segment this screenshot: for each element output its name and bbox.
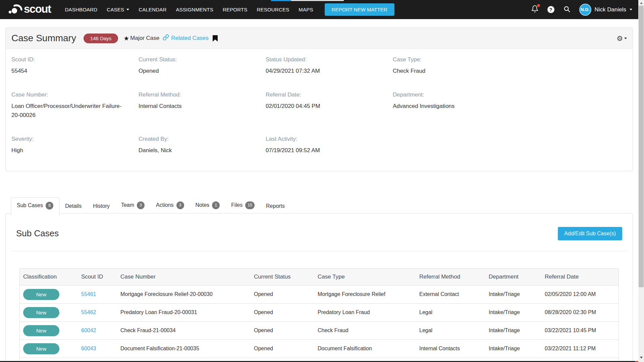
field-scout-id: Scout ID: 55454 bbox=[11, 56, 139, 75]
case-type-cell: Predatory Loan Fraud bbox=[314, 304, 416, 322]
tab-count-badge: 3 bbox=[137, 201, 145, 209]
navbar-right-group: ? N.D. Nick Daniels bbox=[531, 4, 632, 16]
scout-id-link[interactable]: 55461 bbox=[81, 291, 96, 297]
tab-files[interactable]: Files15 bbox=[225, 197, 260, 213]
sub-cases-table-wrap: Classification Scout ID Case Number Curr… bbox=[19, 268, 619, 362]
current-status-cell: Opened bbox=[251, 322, 314, 340]
table-row[interactable]: New 60043 Document Falsification-21-0003… bbox=[20, 340, 619, 358]
tab-count-badge: 6 bbox=[46, 202, 53, 209]
department-cell: Intake/Triage bbox=[485, 304, 541, 322]
nav-item-assignments[interactable]: ASSIGNMENTS bbox=[171, 0, 218, 19]
table-row[interactable]: New 55461 Mortgage Foreclosure Relief-20… bbox=[20, 286, 619, 304]
department-cell: Intake/Triage bbox=[485, 322, 541, 340]
chevron-down-icon bbox=[126, 9, 129, 10]
link-icon bbox=[163, 34, 169, 42]
notifications-button[interactable] bbox=[531, 5, 539, 14]
case-summary-header: Case Summary 146 Days ★ Major Case Relat… bbox=[6, 28, 633, 49]
column-header-current-status[interactable]: Current Status bbox=[251, 268, 314, 286]
scout-id-cell: 55461 bbox=[78, 286, 117, 304]
table-row[interactable]: New 55462 Predatory Loan Fraud-20-00031 … bbox=[20, 304, 619, 322]
field-current-status: Current Status: Opened bbox=[139, 56, 266, 75]
triangle-up-icon bbox=[640, 2, 643, 4]
major-case-indicator: ★ Major Case bbox=[123, 35, 159, 42]
main-menu: DASHBOARD CASES CALENDAR ASSIGNMENTS REP… bbox=[60, 0, 318, 19]
scout-id-link[interactable]: 60042 bbox=[81, 327, 96, 333]
column-header-referral-method[interactable]: Referral Method bbox=[416, 268, 485, 286]
classification-cell: New bbox=[20, 340, 78, 358]
department-cell: Intake/Triage bbox=[485, 286, 541, 304]
tab-team[interactable]: Team3 bbox=[115, 197, 150, 213]
referral-date-cell: 03/22/2021 11:12 PM bbox=[541, 340, 619, 358]
sub-cases-panel: Sub Cases Add/Edit Sub Case(s) Classific… bbox=[5, 213, 633, 362]
panel-settings-button[interactable]: ⚙ bbox=[616, 35, 627, 42]
column-header-scout-id[interactable]: Scout ID bbox=[78, 268, 117, 286]
help-button[interactable]: ? bbox=[547, 6, 554, 13]
referral-date-cell: 02/05/2020 12:00 AM bbox=[541, 286, 619, 304]
help-icon: ? bbox=[547, 6, 554, 13]
column-header-department[interactable]: Department bbox=[485, 268, 541, 286]
tab-details[interactable]: Details bbox=[59, 199, 87, 213]
scout-logo[interactable]: scout bbox=[8, 3, 51, 16]
scout-logo-icon bbox=[8, 3, 23, 16]
tab-history[interactable]: History bbox=[87, 199, 115, 213]
search-button[interactable] bbox=[563, 5, 571, 14]
field-referral-date: Referral Date: 02/01/2020 04:45 PM bbox=[266, 92, 393, 120]
scrollbar-down-arrow[interactable] bbox=[638, 355, 644, 360]
scrollbar-up-arrow[interactable] bbox=[638, 0, 644, 6]
chevron-down-icon bbox=[630, 9, 632, 10]
avatar: N.D. bbox=[579, 4, 591, 16]
gear-icon: ⚙ bbox=[616, 35, 623, 42]
nav-item-dashboard[interactable]: DASHBOARD bbox=[60, 0, 102, 19]
classification-badge: New bbox=[23, 325, 59, 336]
section-title: Sub Cases bbox=[16, 228, 59, 239]
tab-actions[interactable]: Actions3 bbox=[150, 197, 190, 213]
nav-item-cases[interactable]: CASES bbox=[102, 0, 134, 19]
column-header-case-type[interactable]: Case Type bbox=[314, 268, 416, 286]
case-number-cell: Document Falsification-21-00035 bbox=[117, 340, 251, 358]
case-number-cell: Check Fraud-21-00034 bbox=[117, 322, 251, 340]
star-icon: ★ bbox=[123, 35, 129, 42]
scrollbar-thumb[interactable] bbox=[639, 6, 644, 287]
case-type-cell: Document Falsification bbox=[314, 340, 416, 358]
case-tabs: Sub Cases6 Details History Team3 Actions… bbox=[5, 197, 633, 213]
nav-item-reports[interactable]: REPORTS bbox=[218, 0, 252, 19]
field-last-activity: Last Activity: 07/19/2021 09:52 AM bbox=[266, 136, 393, 155]
vertical-scrollbar[interactable] bbox=[638, 0, 644, 362]
nav-item-maps[interactable]: MAPS bbox=[294, 0, 318, 19]
scout-id-link[interactable]: 60043 bbox=[81, 346, 96, 351]
scout-id-link[interactable]: 55462 bbox=[81, 309, 96, 315]
table-row[interactable]: New 60042 Check Fraud-21-00034 Opened Ch… bbox=[20, 322, 619, 340]
search-icon bbox=[563, 5, 571, 14]
referral-date-cell: 08/28/2020 02:30 PM bbox=[541, 304, 619, 322]
case-summary-panel: Case Summary 146 Days ★ Major Case Relat… bbox=[5, 27, 633, 171]
case-number-cell: Predatory Loan Fraud-20-00031 bbox=[117, 304, 251, 322]
column-header-classification[interactable]: Classification bbox=[20, 268, 78, 286]
case-number-cell: Mortgage Foreclosure Relief-20-00030 bbox=[117, 286, 251, 304]
field-severity: Severity: High bbox=[11, 136, 139, 155]
tab-sub-cases[interactable]: Sub Cases6 bbox=[11, 197, 59, 216]
divider bbox=[11, 251, 627, 251]
field-referral-method: Referral Method: Internal Contacts bbox=[139, 92, 266, 120]
nav-item-calendar[interactable]: CALENDAR bbox=[134, 0, 171, 19]
browser-loading-strip bbox=[271, 0, 291, 1]
column-header-referral-date[interactable]: Referral Date bbox=[541, 268, 619, 286]
report-new-matter-button[interactable]: REPORT NEW MATTER bbox=[325, 3, 394, 16]
top-navbar: scout DASHBOARD CASES CALENDAR ASSIGNMEN… bbox=[0, 0, 638, 19]
sub-cases-header: Sub Cases Add/Edit Sub Case(s) bbox=[6, 214, 633, 240]
classification-cell: New bbox=[20, 304, 78, 322]
field-status-updated: Status Updated: 04/29/2021 07:32 AM bbox=[266, 56, 393, 75]
field-case-number: Case Number: Loan Officer/Processor/Unde… bbox=[11, 92, 139, 120]
scout-id-cell: 55462 bbox=[78, 304, 117, 322]
tab-count-badge: 3 bbox=[176, 201, 184, 209]
department-cell: Intake/Triage bbox=[485, 340, 541, 358]
column-header-case-number[interactable]: Case Number bbox=[117, 268, 251, 286]
tab-count-badge: 1 bbox=[212, 201, 220, 209]
related-cases-link[interactable]: Related Cases bbox=[163, 34, 209, 42]
classification-cell: New bbox=[20, 286, 78, 304]
nav-item-resources[interactable]: RESOURCES bbox=[252, 0, 294, 19]
tab-reports[interactable]: Reports bbox=[260, 199, 290, 213]
add-edit-sub-case-button[interactable]: Add/Edit Sub Case(s) bbox=[558, 227, 622, 240]
tab-notes[interactable]: Notes1 bbox=[190, 197, 226, 213]
bookmark-icon[interactable] bbox=[213, 35, 218, 42]
user-menu[interactable]: N.D. Nick Daniels bbox=[579, 4, 632, 16]
